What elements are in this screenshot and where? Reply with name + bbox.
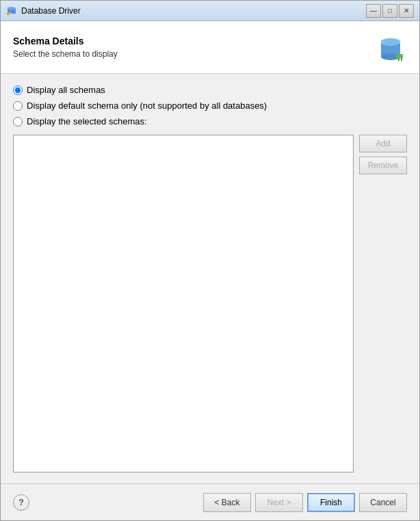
- cancel-button[interactable]: Cancel: [359, 493, 407, 512]
- radio-default-label[interactable]: Display default schema only (not support…: [13, 101, 407, 111]
- radio-all-text: Display all schemas: [27, 85, 105, 95]
- radio-all-label[interactable]: Display all schemas: [13, 85, 407, 95]
- add-button[interactable]: Add: [359, 135, 407, 152]
- svg-rect-11: [401, 58, 402, 61]
- database-icon: [374, 31, 407, 64]
- maximize-button[interactable]: □: [382, 4, 397, 18]
- next-button[interactable]: Next >: [255, 493, 303, 512]
- svg-rect-9: [396, 54, 403, 58]
- window-icon: [6, 5, 17, 16]
- radio-group: Display all schemas Display default sche…: [13, 85, 407, 126]
- radio-selected-label[interactable]: Display the selected schemas:: [13, 116, 407, 126]
- main-window: Database Driver — □ ✕ Schema Details Sel…: [0, 0, 420, 521]
- schema-buttons: Add Remove: [359, 135, 407, 472]
- schema-list[interactable]: [13, 135, 354, 472]
- minimize-button[interactable]: —: [366, 4, 381, 18]
- header-section: Schema Details Select the schema to disp…: [1, 21, 419, 74]
- remove-button[interactable]: Remove: [359, 157, 407, 174]
- header-text: Schema Details Select the schema to disp…: [13, 36, 118, 59]
- footer-buttons: < Back Next > Finish Cancel: [203, 493, 407, 512]
- radio-all-input[interactable]: [13, 85, 23, 95]
- radio-default-input[interactable]: [13, 101, 23, 111]
- svg-rect-10: [398, 58, 399, 61]
- back-button[interactable]: < Back: [203, 493, 251, 512]
- help-button[interactable]: ?: [13, 494, 29, 511]
- radio-default-text: Display default schema only (not support…: [27, 101, 267, 111]
- svg-point-2: [8, 8, 16, 11]
- radio-selected-input[interactable]: [13, 117, 23, 126]
- window-title: Database Driver: [21, 6, 366, 16]
- window-controls: — □ ✕: [366, 4, 414, 18]
- title-bar: Database Driver — □ ✕: [1, 1, 419, 21]
- radio-selected-text: Display the selected schemas:: [27, 116, 147, 126]
- close-button[interactable]: ✕: [399, 4, 414, 18]
- schema-area: Add Remove: [13, 135, 407, 472]
- page-title: Schema Details: [13, 36, 118, 46]
- content-area: Schema Details Select the schema to disp…: [1, 21, 419, 520]
- footer: ? < Back Next > Finish Cancel: [1, 483, 419, 520]
- finish-button[interactable]: Finish: [307, 493, 355, 512]
- page-subtitle: Select the schema to display: [13, 49, 118, 59]
- main-area: Display all schemas Display default sche…: [1, 74, 419, 483]
